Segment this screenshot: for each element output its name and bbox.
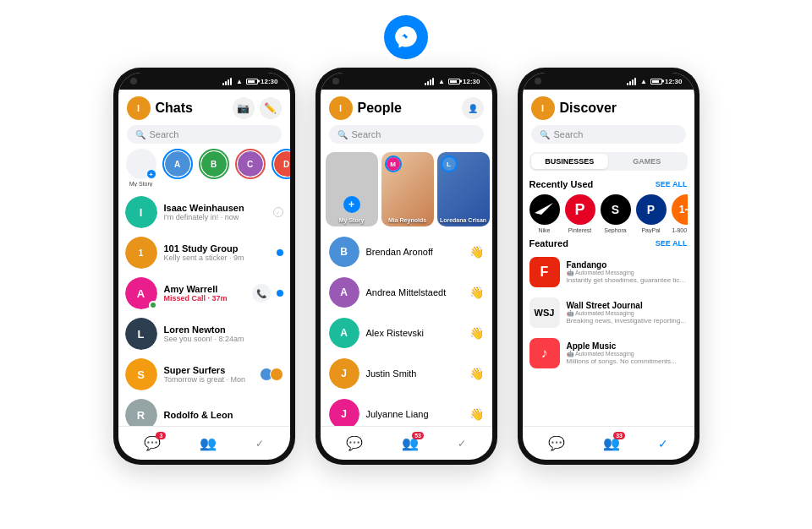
chat-item-loren[interactable]: L Loren Newton See you soon! · 8:24am (118, 314, 290, 354)
story-4[interactable]: D (271, 149, 290, 187)
discover-tabs: BUSINESSES GAMES (529, 152, 688, 171)
people-item-justin[interactable]: J Justin Smith 👋 (321, 353, 492, 394)
story-2[interactable]: B (198, 149, 230, 187)
discover-icon-p: ✓ (458, 438, 466, 450)
fandango-desc: Instantly get showtimes, guarantee tick.… (567, 276, 688, 284)
tab-games[interactable]: GAMES (608, 154, 686, 169)
nav-discover-p[interactable]: ✓ (449, 434, 475, 453)
chat-preview-isaac: I'm definately in! · now (164, 213, 266, 221)
people-item-julyanne[interactable]: J Julyanne Liang 👋 (321, 394, 492, 426)
tab-businesses[interactable]: BUSINESSES (531, 154, 609, 169)
chat-item-rodolfo[interactable]: R Rodolfo & Leon (118, 395, 290, 426)
logo-container (384, 0, 428, 59)
featured-wsj[interactable]: WSJ Wall Street Journal 🤖 Automated Mess… (529, 294, 688, 331)
featured-see-all[interactable]: SEE ALL (656, 239, 688, 248)
add-badge: + (146, 169, 156, 179)
edit-button[interactable]: ✏️ (260, 97, 282, 119)
chat-name-loren: Loren Newton (164, 324, 283, 335)
status-icons-p: ▲ 12:30 (425, 78, 480, 85)
people-item-brendan[interactable]: B Brendan Aronoff 👋 (321, 232, 492, 272)
story-ring-2: B (199, 149, 229, 179)
biz-1800flow[interactable]: 1-8 1-800 Flow (672, 194, 688, 233)
signal-bar-1 (222, 83, 224, 85)
nav-people-p[interactable]: 👥 53 (393, 432, 427, 455)
people-title: People (358, 101, 457, 116)
status-time: 12:30 (261, 78, 277, 85)
wsj-desc: Breaking news, investigative reporting..… (567, 317, 688, 324)
people-story-loredana[interactable]: L Loredana Crisan (437, 152, 490, 226)
sephora-icon: S (601, 194, 631, 225)
add-story-wrap: + (126, 149, 156, 179)
my-story-item[interactable]: + My Story (125, 149, 157, 187)
recently-used-see-all[interactable]: SEE ALL (656, 180, 688, 188)
featured-fandango[interactable]: F Fandango 🤖 Automated Messaging Instant… (529, 254, 688, 291)
name-alex: Alex Ristevski (366, 328, 463, 338)
search-icon-d: 🔍 (540, 130, 550, 139)
featured-apple-music[interactable]: ♪ Apple Music 🤖 Automated Messaging Mill… (529, 335, 688, 372)
biz-nike[interactable]: Nike (529, 194, 560, 233)
user-avatar[interactable]: I (127, 96, 151, 120)
paypal-label: PayPal (641, 227, 660, 233)
wave-andrea[interactable]: 👋 (469, 286, 484, 299)
people-item-andrea[interactable]: A Andrea Mittelstaedt 👋 (321, 272, 492, 313)
sb2 (427, 81, 429, 85)
wave-julyanne[interactable]: 👋 (469, 407, 484, 421)
people-item-alex[interactable]: A Alex Ristevski 👋 (321, 313, 492, 353)
avatar-justin: J (329, 358, 359, 389)
chats-phone: ▲ 12:30 I Chats 📷 ✏️ 🔍 (113, 68, 295, 465)
signal-bar-4 (230, 78, 232, 85)
chat-name-rodolfo: Rodolfo & Leon (164, 410, 283, 420)
bottom-nav-discover: 💬 👥 33 ✓ (523, 426, 694, 460)
wave-justin[interactable]: 👋 (469, 367, 484, 380)
nav-people[interactable]: 👥 (191, 432, 225, 455)
user-avatar-d[interactable]: I (531, 96, 555, 120)
story-ring-4: D (272, 149, 290, 179)
call-icon[interactable]: 📞 (252, 284, 271, 303)
biz-sephora[interactable]: S Sephora (601, 194, 631, 233)
wave-alex[interactable]: 👋 (469, 326, 484, 340)
people-my-story[interactable]: + My Story (326, 152, 378, 226)
wsj-automated: 🤖 Automated Messaging (567, 310, 688, 317)
sbd1 (627, 83, 628, 85)
wave-brendan[interactable]: 👋 (469, 245, 484, 259)
chat-item-super-surfers[interactable]: S Super Surfers Tomorrow is great · Mon (118, 354, 290, 395)
nav-chats-p[interactable]: 💬 (337, 432, 371, 455)
people-list: B Brendan Aronoff 👋 A Andrea Mittelstaed… (321, 232, 492, 426)
chat-info-rodolfo: Rodolfo & Leon (164, 410, 283, 420)
nav-chats[interactable]: 💬 3 (135, 432, 169, 455)
unread-dot (277, 249, 283, 256)
featured-list: F Fandango 🤖 Automated Messaging Instant… (529, 254, 688, 372)
people-badge-d: 33 (613, 432, 625, 439)
search-placeholder-p: Search (352, 129, 381, 139)
people-search-bar[interactable]: 🔍 Search (329, 125, 484, 144)
status-bar-discover: ▲ 12:30 (523, 73, 694, 90)
biz-paypal[interactable]: P PayPal (636, 194, 667, 233)
signal-bars-p (425, 78, 434, 85)
pinterest-label: Pinterest (568, 227, 592, 233)
chats-search-bar[interactable]: 🔍 Search (127, 125, 282, 144)
sb4 (432, 78, 434, 85)
camera-button[interactable]: 📷 (233, 97, 255, 119)
user-avatar-p[interactable]: I (329, 96, 353, 120)
biz-pinterest[interactable]: P Pinterest (565, 194, 595, 233)
people-stories: + My Story M Mia Reynolds L (321, 149, 492, 232)
nav-people-d[interactable]: 👥 33 (595, 432, 628, 455)
nav-discover-chats[interactable]: ✓ (247, 434, 272, 453)
discover-search-bar[interactable]: 🔍 Search (531, 125, 686, 144)
nav-discover-d[interactable]: ✓ (650, 434, 677, 454)
add-people-button[interactable]: 👤 (462, 97, 484, 119)
fandango-automated: 🤖 Automated Messaging (567, 270, 688, 276)
chat-item-isaac[interactable]: I Isaac Weinhausen I'm definately in! · … (118, 192, 290, 232)
story-1[interactable]: A (162, 149, 194, 187)
story-3[interactable]: C (234, 149, 266, 187)
search-icon-p: 🔍 (337, 130, 348, 139)
wsj-info: Wall Street Journal 🤖 Automated Messagin… (567, 301, 688, 324)
nav-chats-d[interactable]: 💬 (540, 432, 573, 455)
flow-icon: 1-8 (672, 194, 688, 225)
time-d: 12:30 (665, 78, 682, 85)
chat-preview-study-group: Kelly sent a sticker · 9m (164, 254, 270, 262)
people-story-mia[interactable]: M Mia Reynolds (381, 152, 434, 226)
chat-item-study-group[interactable]: 1 101 Study Group Kelly sent a sticker ·… (118, 232, 290, 273)
battery-icon-p (448, 79, 460, 85)
chat-item-amy[interactable]: A Amy Warrell Missed Call · 37m 📞 (118, 273, 290, 314)
